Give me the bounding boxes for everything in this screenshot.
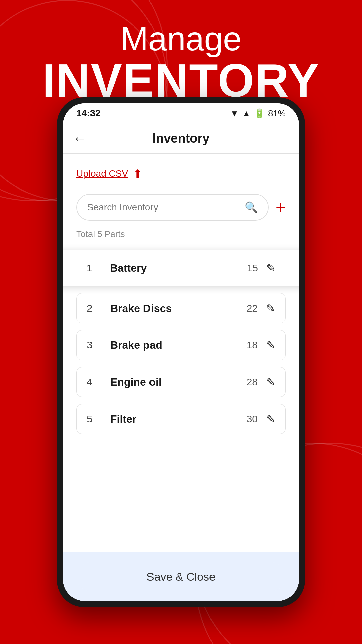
save-close-button[interactable]: Save & Close [76, 562, 286, 591]
battery-percent: 81% [268, 108, 286, 119]
status-icons: ▼ ▲ 🔋 81% [230, 108, 286, 119]
item-number-3: 3 [87, 339, 104, 351]
total-parts-label: Total 5 Parts [76, 229, 286, 239]
upload-icon[interactable]: ⬆ [133, 167, 142, 180]
search-container: 🔍 + [76, 194, 286, 221]
item-number-2: 2 [87, 303, 104, 314]
save-footer: Save & Close [63, 552, 299, 601]
item-count-4: 28 [247, 376, 258, 388]
phone-mockup: 14:32 ▼ ▲ 🔋 81% ← Inventory [57, 97, 305, 590]
item-count-5: 30 [247, 413, 258, 425]
edit-icon-1[interactable]: ✎ [266, 262, 276, 274]
inventory-big-label: INVENTORY [0, 57, 362, 104]
status-bar: 14:32 ▼ ▲ 🔋 81% [63, 103, 299, 123]
edit-icon-2[interactable]: ✎ [266, 302, 275, 315]
item-name-2: Brake Discs [110, 302, 247, 315]
inventory-item-2[interactable]: 2 Brake Discs 22 ✎ [76, 293, 286, 323]
content-area: Upload CSV ⬆ 🔍 + Total 5 Part [63, 154, 299, 552]
edit-icon-3[interactable]: ✎ [266, 339, 275, 352]
phone-body: 14:32 ▼ ▲ 🔋 81% ← Inventory [57, 97, 305, 607]
inventory-item-1[interactable]: 1 Battery 15 ✎ [63, 250, 299, 286]
inner-content: Upload CSV ⬆ 🔍 + Total 5 Part [63, 154, 299, 444]
inventory-item-4[interactable]: 4 Engine oil 28 ✎ [76, 367, 286, 397]
search-box[interactable]: 🔍 [76, 194, 269, 221]
item-name-5: Filter [110, 413, 247, 425]
item-count-2: 22 [247, 303, 258, 314]
upload-csv-button[interactable]: Upload CSV [76, 168, 128, 179]
search-icon: 🔍 [245, 201, 258, 214]
add-button[interactable]: + [276, 199, 286, 216]
app-header: ← Inventory [63, 123, 299, 154]
wifi-icon: ▼ [230, 108, 239, 119]
item-count-3: 18 [247, 339, 258, 351]
promo-header: Manage INVENTORY [0, 20, 362, 104]
status-time: 14:32 [76, 108, 101, 119]
inventory-item-3[interactable]: 3 Brake pad 18 ✎ [76, 330, 286, 360]
back-button[interactable]: ← [73, 131, 86, 146]
search-input[interactable] [87, 202, 245, 213]
upload-row: Upload CSV ⬆ [76, 164, 286, 184]
item-name-4: Engine oil [110, 376, 247, 388]
battery-icon: 🔋 [254, 108, 265, 119]
item-number-1: 1 [86, 262, 103, 274]
inventory-item-5[interactable]: 5 Filter 30 ✎ [76, 404, 286, 434]
item-number-5: 5 [87, 413, 104, 425]
signal-icon: ▲ [242, 108, 251, 119]
phone-screen: 14:32 ▼ ▲ 🔋 81% ← Inventory [63, 103, 299, 601]
edit-icon-4[interactable]: ✎ [266, 376, 275, 388]
edit-icon-5[interactable]: ✎ [266, 413, 275, 425]
item-name-1: Battery [110, 262, 247, 274]
item-count-1: 15 [247, 262, 258, 274]
item-name-3: Brake pad [110, 339, 247, 352]
inventory-list: 1 Battery 15 ✎ 2 Brake Discs 22 ✎ [76, 250, 286, 434]
manage-label: Manage [0, 20, 362, 57]
page-title: Inventory [152, 131, 209, 146]
item-number-4: 4 [87, 376, 104, 388]
